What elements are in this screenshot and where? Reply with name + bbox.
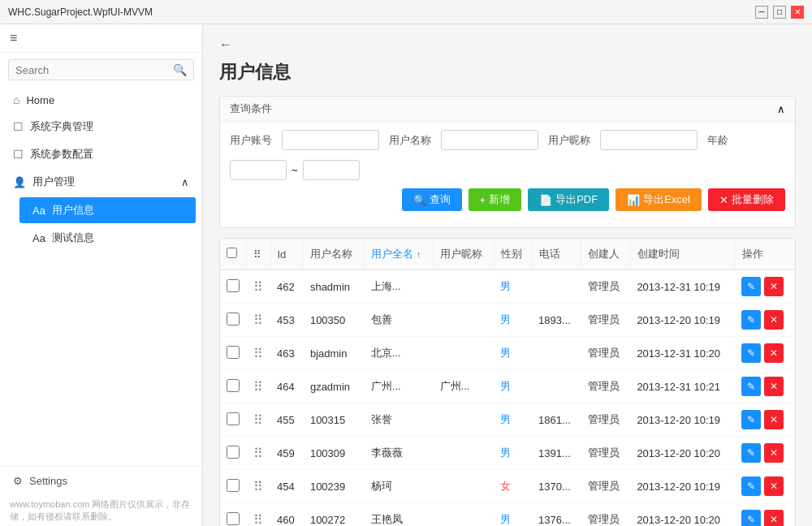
cell-phone: 1370... [532,470,581,503]
row-checkbox[interactable] [227,412,240,425]
filter-panel: 查询条件 ∧ 用户账号 用户名称 用户昵称 年龄 ~ [219,96,796,228]
table-row: ⠿ 454 100239 杨珂 女 1370... 管理员 2013-12-20… [220,470,795,503]
sidebar-item-test-info[interactable]: Aa 测试信息 [13,225,202,251]
row-checkbox[interactable] [227,446,240,459]
table-row: ⠿ 462 shadmin 上海... 男 管理员 2013-12-31 10:… [220,270,795,304]
query-button[interactable]: 🔍 查询 [402,188,462,211]
select-all-checkbox[interactable] [227,248,237,258]
nickname-input[interactable] [600,130,698,150]
chevron-up-icon: ∧ [181,176,189,188]
edit-button[interactable]: ✎ [741,310,761,330]
close-button[interactable]: ✕ [791,6,804,19]
edit-button[interactable]: ✎ [741,410,761,429]
edit-button[interactable]: ✎ [741,476,761,496]
main-content: ← 用户信息 查询条件 ∧ 用户账号 用户名称 用户昵称 年龄 [203,24,812,526]
batch-delete-button[interactable]: ✕ 批量删除 [708,188,785,211]
cell-id: 453 [270,304,304,337]
cell-gender: 男 [494,503,532,527]
delete-button[interactable]: ✕ [764,310,784,330]
cell-id: 454 [270,470,304,503]
cell-creator: 管理员 [581,503,631,527]
cell-checkbox[interactable] [220,470,246,503]
cell-action: ✎ ✕ [735,337,795,370]
edit-button[interactable]: ✎ [741,277,761,296]
delete-button[interactable]: ✕ [764,277,784,296]
cell-gender: 男 [494,403,532,437]
th-username[interactable]: 用户名称 [304,239,365,270]
sidebar-item-user-info[interactable]: Aa 用户信息 [19,197,196,223]
th-fullname[interactable]: 用户全名 ↑ [365,239,434,270]
batch-delete-icon: ✕ [719,194,728,206]
search-box[interactable]: 🔍 [8,59,194,80]
cell-username: gzadmin [304,370,365,403]
row-checkbox[interactable] [227,346,240,359]
table-row: ⠿ 460 100272 王艳凤 男 1376... 管理员 2013-12-2… [220,503,795,527]
row-checkbox[interactable] [227,279,240,292]
cell-checkbox[interactable] [220,270,246,304]
sidebar-item-home[interactable]: ⌂ Home [0,87,202,113]
cell-checkbox[interactable] [220,403,246,437]
cell-checkbox[interactable] [220,304,246,337]
age-min-input[interactable] [230,160,287,180]
cell-dots: ⠿ [246,470,270,503]
th-nickname[interactable]: 用户昵称 [434,239,495,270]
nav-group-user-management[interactable]: 👤 用户管理 ∧ [0,168,202,196]
delete-button[interactable]: ✕ [764,377,784,396]
sort-icon: ↑ [417,249,421,259]
sidebar-item-params[interactable]: ☐ 系统参数配置 [0,140,202,168]
edit-button[interactable]: ✎ [741,343,761,363]
delete-button[interactable]: ✕ [764,510,784,526]
settings-nav-item[interactable]: ⚙ Settings [0,466,202,495]
cell-fullname: 李薇薇 [365,437,434,470]
collapse-icon[interactable]: ∧ [777,103,785,115]
action-buttons: ✎ ✕ [741,377,788,396]
cell-checkbox[interactable] [220,370,246,403]
cell-checkbox[interactable] [220,437,246,470]
export-excel-button[interactable]: 📊 导出Excel [615,188,702,211]
cell-fullname: 王艳凤 [365,503,434,527]
export-pdf-button[interactable]: 📄 导出PDF [528,188,609,211]
row-checkbox[interactable] [227,379,240,392]
username-input[interactable] [441,130,538,150]
sidebar-item-test-info-label: 测试信息 [52,231,94,245]
edit-button[interactable]: ✎ [741,377,761,396]
delete-button[interactable]: ✕ [764,343,784,363]
th-phone[interactable]: 电话 [532,239,581,270]
cell-checkbox[interactable] [220,503,246,527]
action-buttons: ✎ ✕ [741,476,788,496]
sidebar-item-dict[interactable]: ☐ 系统字典管理 [0,113,202,140]
cell-creator: 管理员 [581,403,631,437]
th-id[interactable]: Id [270,239,304,270]
delete-button[interactable]: ✕ [764,476,784,496]
action-buttons: ✎ ✕ [741,310,788,330]
account-input[interactable] [282,130,379,150]
hamburger-icon[interactable]: ≡ [10,31,17,45]
filter-body: 用户账号 用户名称 用户昵称 年龄 ~ 🔍 查 [220,122,795,227]
edit-button[interactable]: ✎ [741,443,761,463]
age-range: ~ [230,160,360,180]
cell-action: ✎ ✕ [735,270,795,304]
row-checkbox[interactable] [227,479,240,492]
cell-dots: ⠿ [246,403,270,437]
cell-checkbox[interactable] [220,337,246,370]
age-label: 年龄 [707,133,728,148]
edit-button[interactable]: ✎ [741,510,761,526]
th-checkbox [220,239,246,270]
cell-nickname: 广州... [434,370,495,403]
th-createtime[interactable]: 创建时间 [630,239,735,270]
search-input[interactable] [15,64,173,76]
new-button[interactable]: + 新增 [469,188,522,211]
sidebar-item-dict-label: 系统字典管理 [30,119,93,134]
new-label: 新增 [489,192,510,207]
row-checkbox[interactable] [227,313,240,326]
th-creator[interactable]: 创建人 [581,239,631,270]
back-button[interactable]: ← [219,37,232,52]
th-gender[interactable]: 性别 [494,239,532,270]
minimize-button[interactable]: ─ [755,6,768,19]
delete-button[interactable]: ✕ [764,443,784,463]
delete-button[interactable]: ✕ [764,410,784,429]
maximize-button[interactable]: □ [773,6,786,19]
row-checkbox[interactable] [227,512,240,525]
age-max-input[interactable] [303,160,360,180]
table-row: ⠿ 459 100309 李薇薇 男 1391... 管理员 2013-12-2… [220,437,795,470]
